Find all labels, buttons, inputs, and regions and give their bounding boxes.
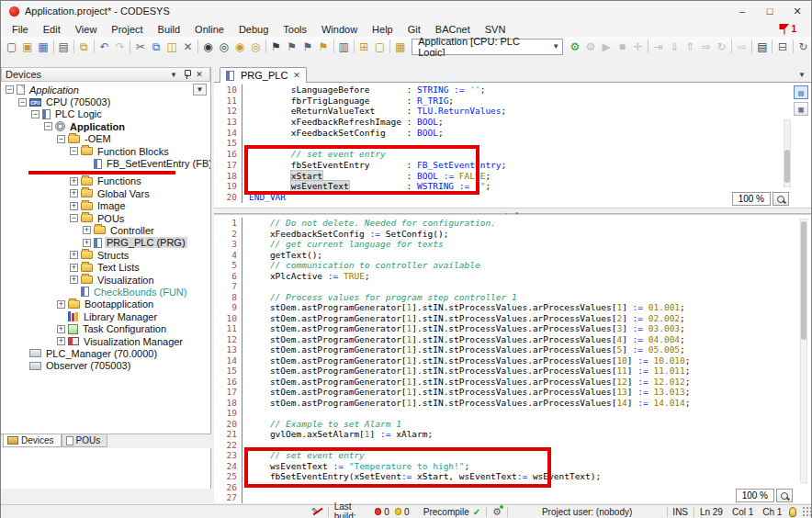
tree-item-text-lists[interactable]: +Text Lists: [1, 261, 210, 273]
tree-item-fb-setevententry-fb[interactable]: FB_SetEventEntry (FB): [1, 157, 210, 169]
cut-icon[interactable]: ✂: [132, 39, 148, 55]
tree-item-library-manager[interactable]: Library Manager: [1, 310, 210, 322]
code-line[interactable]: 14 xFeedbackSetConfig : BOOL;: [214, 128, 811, 139]
collapse-icon[interactable]: −: [70, 147, 78, 155]
print-icon[interactable]: ▤: [56, 39, 72, 55]
tree-item-structs[interactable]: +Structs: [1, 249, 210, 261]
flow-control-icon[interactable]: ▤: [754, 39, 770, 55]
implementation-zoom-control[interactable]: 100 %: [736, 489, 793, 502]
tree-item-visualization-manager[interactable]: +Visualization Manager: [1, 335, 210, 347]
code-line[interactable]: 11 fbrTrigLanguage : R_TRIG;: [214, 96, 811, 107]
tree-item-controller[interactable]: +Controller: [1, 224, 210, 236]
tree-item-global-vars[interactable]: +Global Vars: [1, 187, 210, 199]
paste-icon[interactable]: ◫: [164, 39, 180, 55]
code-line[interactable]: 13 xFeedbackRefreshImage : BOOL;: [214, 117, 811, 128]
expand-icon[interactable]: +: [70, 202, 78, 210]
code-line[interactable]: 19 wsEventText : WSTRING := "";: [214, 181, 811, 192]
find-next-icon[interactable]: ◎: [216, 39, 231, 55]
panel-dropdown-icon[interactable]: ▾: [167, 70, 180, 79]
logout-icon[interactable]: ⚙: [582, 39, 598, 55]
tree-item-image[interactable]: +Image: [1, 200, 210, 212]
tree-item-application[interactable]: −Application▼: [1, 84, 210, 96]
tree-item-oem[interactable]: −-OEM: [1, 133, 210, 145]
code-line[interactable]: 15 stOem.astProgramGenerator[1].stIN.stP…: [214, 366, 811, 377]
step-out-icon[interactable]: ⇑: [682, 39, 698, 55]
set-next-statement-icon[interactable]: ⇨: [734, 39, 750, 55]
menu-project[interactable]: Project: [104, 23, 150, 36]
textual-view-button[interactable]: ▤: [794, 85, 808, 99]
code-line[interactable]: 16 stOem.astProgramGenerator[1].stIN.stP…: [214, 377, 811, 388]
collapse-icon[interactable]: −: [18, 98, 27, 107]
codesys-store-cart-icon[interactable]: ⊟: [774, 39, 790, 55]
maximize-button[interactable]: □: [756, 2, 784, 21]
update-device-icon[interactable]: ▦: [392, 39, 408, 55]
single-cycle-icon[interactable]: ✛: [630, 39, 646, 55]
code-line[interactable]: 23 // set event entry: [214, 450, 811, 461]
step-over-icon[interactable]: ⇥: [650, 39, 666, 55]
insert-device-icon[interactable]: ⊞: [356, 39, 372, 55]
next-bookmark-icon[interactable]: ⚑: [284, 39, 299, 55]
active-application-combo[interactable]: Application [CPU: PLC Logic]▼: [412, 39, 563, 55]
redo-icon[interactable]: ↷: [112, 39, 128, 55]
open-file-icon[interactable]: ▣: [19, 39, 35, 55]
menu-help[interactable]: Help: [365, 23, 400, 36]
code-line[interactable]: 11 stOem.astProgramGenerator[1].stIN.stP…: [214, 323, 811, 334]
expand-icon[interactable]: +: [70, 251, 78, 259]
tree-item-observer-705003[interactable]: Observer (705003): [1, 360, 210, 372]
declaration-scrollbar[interactable]: [784, 119, 791, 187]
implementation-pane[interactable]: 1 // Do not delete. Needed for configura…: [214, 214, 811, 503]
replace-in-project-icon[interactable]: ◎: [248, 39, 264, 55]
expand-icon[interactable]: +: [83, 239, 91, 247]
menu-bacnet[interactable]: BACnet: [428, 23, 478, 36]
implementation-scrollbar[interactable]: [800, 219, 807, 483]
tree-item-pous[interactable]: −POUs: [1, 212, 210, 224]
pous-dock-tab[interactable]: POUs: [62, 434, 108, 447]
minimize-button[interactable]: –: [728, 2, 756, 21]
tree-item-bootapplication[interactable]: +Bootapplication: [1, 298, 210, 310]
expand-icon[interactable]: +: [70, 189, 78, 197]
menu-debug[interactable]: Debug: [231, 23, 276, 36]
expand-icon[interactable]: +: [70, 177, 78, 186]
pin-icon[interactable]: [180, 69, 193, 80]
find-in-project-icon[interactable]: ◉: [231, 39, 247, 55]
menu-view[interactable]: View: [68, 23, 105, 36]
save-icon[interactable]: ▦: [35, 39, 51, 55]
code-line[interactable]: 12 eReturnValueText : TLU.ReturnValues;: [214, 106, 811, 117]
delete-icon[interactable]: ✕: [180, 39, 196, 55]
code-line[interactable]: 14 stOem.astProgramGenerator[1].stIN.stP…: [214, 355, 811, 366]
code-line[interactable]: 8 // Process values for program step con…: [214, 292, 811, 303]
tree-item-application[interactable]: −Application: [1, 120, 210, 132]
add-object-icon[interactable]: ▢: [372, 39, 388, 55]
declaration-zoom-control[interactable]: 100 %: [732, 192, 789, 206]
horizontal-splitter[interactable]: ▲ ▼: [214, 208, 811, 214]
run-to-cursor-icon[interactable]: ⇒: [698, 39, 714, 55]
code-line[interactable]: 16 // set event entry: [214, 149, 811, 160]
magnifier-icon[interactable]: [776, 489, 793, 502]
tree-item-prg-plc-prg[interactable]: +PRG_PLC (PRG): [1, 237, 210, 249]
clear-bookmarks-icon[interactable]: ⚑: [315, 39, 331, 55]
expand-icon[interactable]: +: [57, 337, 65, 345]
code-line[interactable]: 4 getText();: [214, 250, 811, 261]
code-line[interactable]: 5 // communication to controller availab…: [214, 260, 811, 271]
close-button[interactable]: ✕: [784, 2, 811, 21]
tree-item-plc-logic[interactable]: −PLC Logic: [1, 108, 210, 120]
code-line[interactable]: 7: [214, 281, 811, 292]
code-line[interactable]: 12 stOem.astProgramGenerator[1].stIN.stP…: [214, 334, 811, 345]
tree-filter-dropdown[interactable]: ▼: [193, 84, 207, 96]
menu-online[interactable]: Online: [187, 23, 231, 36]
previous-bookmark-icon[interactable]: ⚑: [299, 39, 315, 55]
tree-item-checkbounds-fun[interactable]: CheckBounds (FUN): [1, 286, 210, 298]
code-line[interactable]: 3 // get current language for texts: [214, 239, 811, 250]
menu-svn[interactable]: SVN: [478, 23, 513, 36]
code-line[interactable]: 6 xPlcActive := TRUE;: [214, 271, 811, 282]
tree-item-plc-manager-70-0000[interactable]: PLC_Manager (70.0000): [1, 347, 210, 359]
menu-tools[interactable]: Tools: [276, 23, 314, 36]
declaration-pane[interactable]: 10 sLanguageBefore : STRING := '';11 fbr…: [214, 83, 811, 208]
menu-file[interactable]: File: [5, 23, 36, 36]
export-icon[interactable]: ▥: [336, 39, 352, 55]
tabular-view-button[interactable]: ▦: [794, 102, 808, 116]
code-line[interactable]: 10 sLanguageBefore : STRING := '';: [214, 84, 811, 96]
undo-icon[interactable]: ↶: [96, 39, 112, 55]
reset-icon[interactable]: ↻: [714, 39, 729, 55]
code-line[interactable]: 2 xFeedbackSetConfig := SetConfig();: [214, 229, 811, 240]
